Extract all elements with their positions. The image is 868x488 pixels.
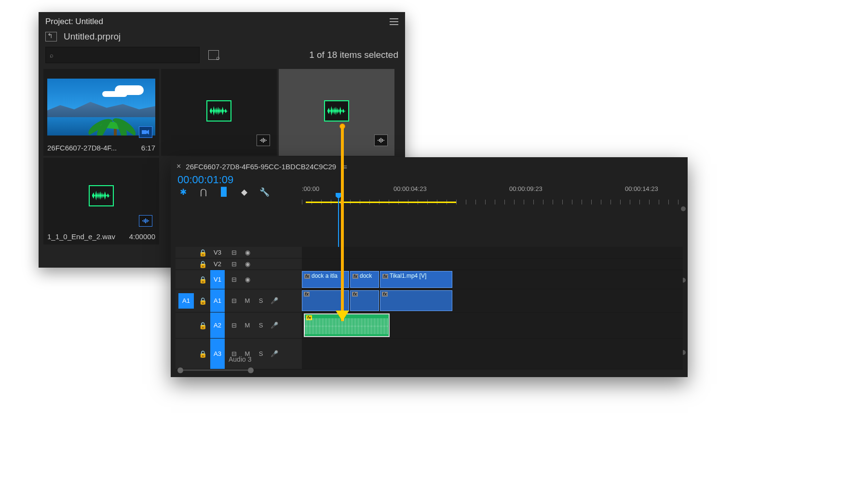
- tracks-area: 🔒 V3 ⊟ ◉ 🔒 V2 ⊟ ◉ 🔒 V1 ⊟ ◉: [176, 247, 683, 366]
- lock-icon[interactable]: 🔒: [199, 260, 205, 268]
- audio-clip[interactable]: fx: [350, 290, 379, 311]
- svg-rect-0: [142, 130, 147, 134]
- zoom-handle-left[interactable]: [177, 367, 183, 373]
- track-label[interactable]: A2: [210, 312, 225, 338]
- svg-rect-10: [382, 139, 383, 142]
- eye-icon[interactable]: ◉: [243, 248, 252, 257]
- asset-item[interactable]: 26FC6607-27D8-4F... 6:17: [43, 69, 159, 156]
- zoom-bar[interactable]: [183, 369, 248, 371]
- svg-rect-15: [147, 219, 148, 222]
- timeline-panel: × 26FC6607-27D8-4F65-95CC-1BDCB24C9C29 ≡…: [171, 157, 688, 377]
- mute-button[interactable]: M: [243, 297, 252, 305]
- svg-marker-1: [147, 130, 149, 135]
- search-input[interactable]: ⌕: [45, 47, 200, 63]
- svg-rect-6: [266, 140, 267, 141]
- sync-lock-icon[interactable]: ⊟: [230, 260, 238, 269]
- svg-rect-9: [380, 138, 381, 143]
- audio-badge-icon: [257, 135, 270, 146]
- track-v3: 🔒 V3 ⊟ ◉: [176, 247, 683, 258]
- linked-selection-icon[interactable]: ▐▌: [219, 187, 229, 197]
- asset-item[interactable]: [161, 69, 277, 156]
- asset-item[interactable]: 1_1_0_End_e_2.wav 4:00000: [43, 158, 159, 244]
- svg-rect-16: [148, 220, 149, 221]
- scroll-handle[interactable]: [681, 206, 686, 211]
- settings-icon[interactable]: 🔧: [259, 187, 269, 197]
- voiceover-icon[interactable]: 🎤: [270, 350, 279, 358]
- track-a1: A1 🔒 A1 ⊟ M S 🎤 fx fx fx: [176, 289, 683, 312]
- work-area-bar[interactable]: [306, 202, 456, 203]
- video-clip[interactable]: fxTikal1.mp4 [V]: [380, 271, 452, 288]
- audio-waveform-icon: [206, 100, 231, 122]
- folder-up-icon[interactable]: [45, 32, 57, 41]
- lock-icon[interactable]: 🔒: [199, 322, 205, 329]
- solo-button[interactable]: S: [257, 321, 265, 330]
- asset-item-selected[interactable]: [279, 69, 394, 156]
- voiceover-icon[interactable]: 🎤: [270, 321, 279, 330]
- voiceover-icon[interactable]: 🎤: [270, 297, 279, 305]
- sequence-name: 26FC6607-27D8-4F65-95CC-1BDCB24C9C29: [186, 163, 336, 171]
- zoom-handle-right[interactable]: [248, 367, 254, 373]
- movie-badge-icon: [139, 126, 152, 138]
- audio-clip[interactable]: fx: [380, 290, 452, 311]
- solo-button[interactable]: S: [257, 350, 265, 358]
- asset-label: 1_1_0_End_e_2.wav: [47, 232, 115, 241]
- svg-rect-5: [264, 139, 265, 142]
- close-icon[interactable]: ×: [176, 162, 181, 171]
- svg-rect-11: [383, 140, 384, 141]
- svg-rect-13: [144, 219, 145, 222]
- audio-badge-icon: [374, 135, 388, 146]
- sync-lock-icon[interactable]: ⊟: [230, 321, 238, 330]
- asset-duration: 4:00000: [129, 232, 155, 241]
- svg-rect-12: [142, 220, 143, 221]
- svg-rect-3: [261, 139, 262, 142]
- audio-waveform-icon: [89, 185, 114, 206]
- track-name: Audio 3: [229, 355, 251, 363]
- ruler-tick: :00:00: [302, 185, 319, 192]
- svg-rect-2: [260, 140, 261, 141]
- panel-menu-icon[interactable]: [390, 18, 398, 25]
- audio-waveform-icon: [324, 100, 349, 122]
- insert-overwrite-icon[interactable]: ✱: [178, 187, 188, 197]
- svg-rect-8: [379, 139, 380, 142]
- markers-icon[interactable]: ◆: [239, 187, 249, 197]
- mute-button[interactable]: M: [243, 321, 252, 330]
- track-label[interactable]: A3: [210, 339, 225, 369]
- snap-icon[interactable]: ⋂: [199, 187, 208, 197]
- asset-duration: 6:17: [141, 144, 155, 152]
- eye-icon[interactable]: ◉: [243, 275, 252, 284]
- project-filename: Untitled.prproj: [64, 31, 121, 42]
- track-label[interactable]: A1: [210, 289, 225, 312]
- sync-lock-icon[interactable]: ⊟: [230, 248, 238, 257]
- selection-count: 1 of 18 items selected: [309, 50, 398, 60]
- track-label[interactable]: V3: [210, 247, 225, 258]
- track-a3: 🔒 A3 ⊟ M S 🎤 Audio 3: [176, 339, 683, 369]
- lock-icon[interactable]: 🔒: [199, 249, 205, 257]
- audio-badge-icon: [139, 215, 152, 227]
- ruler-tick: 00:00:09:23: [509, 185, 542, 192]
- source-patch[interactable]: A1: [178, 293, 194, 309]
- find-in-bin-icon[interactable]: [208, 50, 219, 60]
- sync-lock-icon[interactable]: ⊟: [230, 297, 238, 305]
- svg-rect-14: [145, 218, 146, 223]
- svg-rect-4: [263, 138, 264, 143]
- svg-rect-7: [378, 140, 379, 141]
- project-title: Project: Untitled: [45, 17, 103, 27]
- eye-icon[interactable]: ◉: [243, 260, 252, 269]
- lock-icon[interactable]: 🔒: [199, 350, 205, 358]
- track-label[interactable]: V1: [210, 270, 225, 289]
- video-clip[interactable]: fxdock: [350, 271, 379, 288]
- asset-label: 26FC6607-27D8-4F...: [47, 144, 117, 152]
- ruler-tick: 00:00:04:23: [393, 185, 427, 192]
- lock-icon[interactable]: 🔒: [199, 276, 205, 284]
- track-v2: 🔒 V2 ⊟ ◉: [176, 258, 683, 270]
- track-label[interactable]: V2: [210, 258, 225, 270]
- track-a2: 🔒 A2 ⊟ M S 🎤 fx: [176, 312, 683, 339]
- sync-lock-icon[interactable]: ⊟: [230, 275, 238, 284]
- solo-button[interactable]: S: [257, 297, 265, 305]
- track-v1: 🔒 V1 ⊟ ◉ fxdock a itla fxdock fxTikal1.m…: [176, 270, 683, 289]
- lock-icon[interactable]: 🔒: [199, 297, 205, 305]
- ruler-tick: 00:00:14:23: [625, 185, 658, 192]
